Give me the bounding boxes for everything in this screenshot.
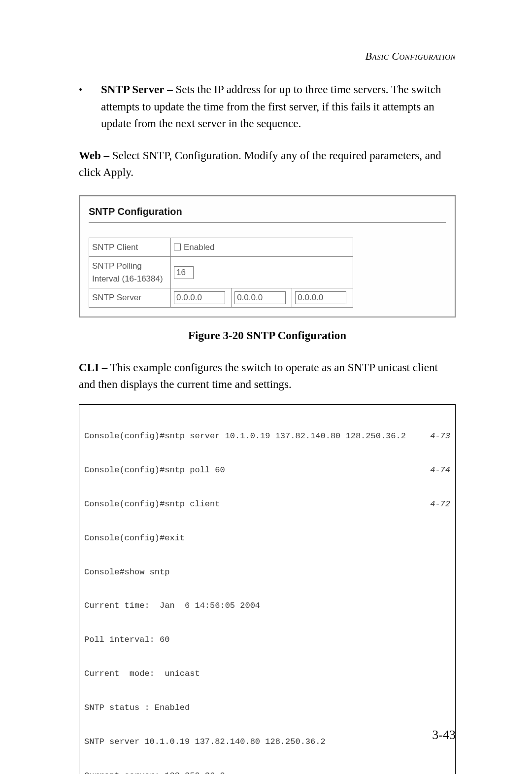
- sntp-form-table: SNTP Client Enabled SNTP Polling Interva…: [89, 238, 353, 308]
- cli-line: Console#show sntp: [84, 567, 450, 578]
- cli-instructions: CLI – This example configures the switch…: [79, 359, 456, 393]
- cli-cmd: Console(config)#sntp client: [84, 499, 220, 510]
- cli-cmd: Console(config)#sntp server 10.1.0.19 13…: [84, 431, 406, 442]
- cli-cmd: Current mode: unicast: [84, 668, 200, 680]
- cli-line: Console(config)#exit: [84, 533, 450, 544]
- figure-caption: Figure 3-20 SNTP Configuration: [79, 327, 456, 345]
- sntp-server-input-1[interactable]: [174, 291, 225, 304]
- page-header-section: Basic Configuration: [366, 48, 456, 64]
- cli-line: SNTP server 10.1.0.19 137.82.140.80 128.…: [84, 737, 450, 748]
- bullet-item: • SNTP Server – Sets the IP address for …: [79, 81, 456, 133]
- cli-cmd: Console#show sntp: [84, 567, 169, 578]
- screenshot-panel: SNTP Configuration SNTP Client Enabled S…: [79, 195, 456, 318]
- sntp-server-input-3[interactable]: [295, 291, 346, 304]
- page-number: 3-43: [432, 725, 456, 744]
- cli-line: SNTP status : Enabled: [84, 703, 450, 714]
- bullet-marker: •: [79, 81, 101, 133]
- cli-ref: 4-73: [420, 431, 450, 442]
- cli-cmd: SNTP status : Enabled: [84, 703, 190, 714]
- cli-lead: CLI: [79, 361, 99, 374]
- sntp-server-cell-2: [232, 288, 292, 308]
- cli-cmd: Console(config)#sntp poll 60: [84, 465, 225, 476]
- cli-line: Console(config)#sntp client4-72: [84, 499, 450, 510]
- cli-ref: 4-74: [420, 465, 450, 476]
- web-text: – Select SNTP, Configuration. Modify any…: [79, 149, 441, 179]
- sntp-client-checkbox-label: Enabled: [184, 241, 214, 254]
- cli-line: Console(config)#sntp poll 604-74: [84, 465, 450, 476]
- cli-line: Console(config)#sntp server 10.1.0.19 13…: [84, 431, 450, 442]
- cli-cmd: Console(config)#exit: [84, 533, 185, 544]
- cli-cmd: Current server: 128.250.36.2: [84, 771, 225, 774]
- cli-line: Current server: 128.250.36.2: [84, 771, 450, 774]
- cli-line: Current time: Jan 6 14:56:05 2004: [84, 600, 450, 612]
- cli-cmd: Current time: Jan 6 14:56:05 2004: [84, 600, 260, 612]
- sntp-server-label: SNTP Server: [89, 288, 171, 308]
- sntp-polling-cell: [171, 257, 353, 288]
- cli-output-box: Console(config)#sntp server 10.1.0.19 13…: [79, 404, 456, 774]
- cli-cmd: SNTP server 10.1.0.19 137.82.140.80 128.…: [84, 737, 326, 748]
- sntp-server-cell-1: [171, 288, 232, 308]
- sntp-server-input-2[interactable]: [234, 291, 286, 304]
- sntp-client-row: SNTP Client Enabled: [89, 238, 353, 257]
- bullet-term: SNTP Server: [101, 83, 164, 96]
- cli-cmd: Poll interval: 60: [84, 634, 169, 646]
- bullet-text: SNTP Server – Sets the IP address for up…: [101, 81, 456, 133]
- sntp-client-label: SNTP Client: [89, 238, 171, 257]
- sntp-polling-input[interactable]: [174, 266, 194, 279]
- sntp-server-cell-3: [292, 288, 353, 308]
- cli-line: Current mode: unicast: [84, 668, 450, 680]
- sntp-client-checkbox-wrap: Enabled: [174, 241, 350, 254]
- cli-ref: 4-72: [420, 499, 450, 510]
- sntp-polling-row: SNTP Polling Interval (16-16384): [89, 257, 353, 288]
- sntp-polling-label: SNTP Polling Interval (16-16384): [89, 257, 171, 288]
- cli-text: – This example configures the switch to …: [79, 361, 438, 391]
- sntp-client-cell: Enabled: [171, 238, 353, 257]
- web-lead: Web: [79, 149, 101, 162]
- sntp-client-checkbox[interactable]: [174, 244, 181, 250]
- screenshot-title: SNTP Configuration: [89, 204, 446, 223]
- page-content: • SNTP Server – Sets the IP address for …: [79, 81, 456, 774]
- cli-line: Poll interval: 60: [84, 634, 450, 646]
- web-instructions: Web – Select SNTP, Configuration. Modify…: [79, 147, 456, 181]
- sntp-server-row: SNTP Server: [89, 288, 353, 308]
